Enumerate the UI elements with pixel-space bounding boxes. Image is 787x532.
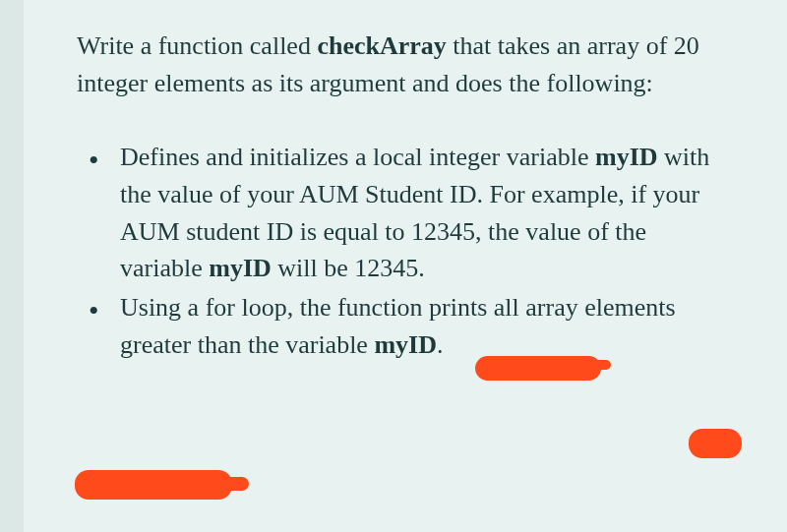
bullet2-text-2: . [437,330,444,359]
bullet2-bold-myID: myID [374,330,437,359]
redaction-mark [689,429,742,458]
left-margin-shadow [0,0,24,532]
bullet1-text-3: will be 12345. [272,254,425,282]
bullet1-bold-myID-1: myID [595,143,658,171]
redaction-mark [221,477,249,491]
intro-text-1: Write a function called [77,31,317,60]
redaction-mark [475,356,601,381]
document-content: Write a function called checkArray that … [0,0,787,393]
list-item: Using a for loop, the function prints al… [77,289,733,363]
redaction-mark [593,360,611,370]
redaction-mark [75,470,232,500]
bullet1-bold-myID-2: myID [209,254,272,282]
intro-bold-checkArray: checkArray [317,31,446,60]
bullet-list: Defines and initializes a local integer … [77,139,733,363]
intro-paragraph: Write a function called checkArray that … [77,28,733,101]
bullet1-text-1: Defines and initializes a local integer … [120,143,595,171]
list-item: Defines and initializes a local integer … [77,139,733,287]
